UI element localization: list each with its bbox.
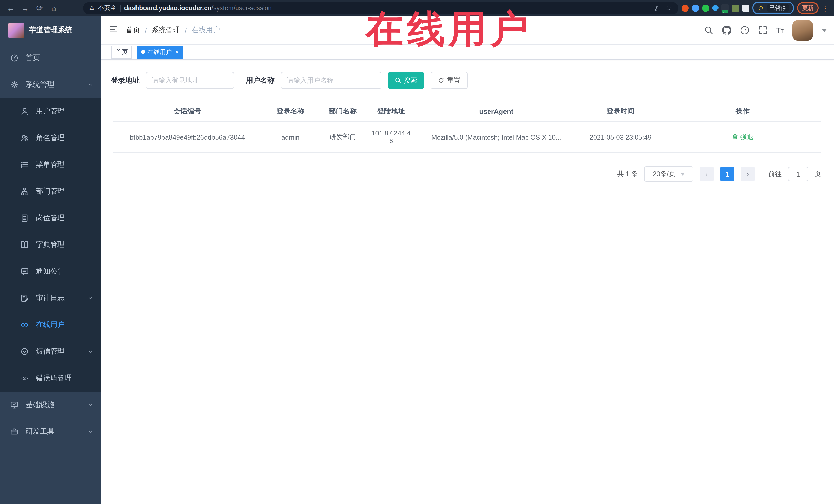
username-input[interactable]: [281, 72, 381, 89]
hamburger-icon: [109, 24, 118, 34]
sidebar-item-label: 审计日志: [36, 293, 80, 303]
tags-view-bar: 首页 在线用户 ×: [101, 45, 834, 60]
extension-pin-icon[interactable]: [692, 4, 699, 12]
department-cell: 研发部门: [319, 122, 367, 153]
main-area: 首页 / 系统管理 / 在线用户 ? TT: [101, 16, 834, 504]
font-size-icon[interactable]: TT: [776, 26, 784, 35]
logo-image: [8, 22, 24, 38]
password-key-icon[interactable]: ⚷: [652, 4, 660, 12]
gear-icon: [10, 81, 19, 89]
login-address-label: 登录地址: [111, 76, 139, 85]
sidebar-item-roles[interactable]: 角色管理: [0, 125, 101, 151]
col-session-id: 会话编号: [113, 103, 262, 122]
address-bar[interactable]: ⚠ 不安全 dashboard.yudao.iocoder.cn/system/…: [83, 2, 678, 14]
badge-icon: [21, 214, 29, 222]
pagination-bar: 共 1 条 20条/页 ‹ 1 › 前往 页: [111, 166, 821, 182]
sidebar-item-label: 研发工具: [26, 427, 80, 436]
bookmark-star-icon[interactable]: ☆: [664, 4, 672, 12]
extension-key-icon[interactable]: [731, 4, 739, 12]
sidebar-toggle-button[interactable]: [101, 24, 126, 36]
browser-forward-icon[interactable]: →: [20, 4, 31, 12]
browser-back-icon[interactable]: ←: [5, 4, 17, 12]
tag-close-icon[interactable]: ×: [175, 48, 179, 56]
sidebar-item-departments[interactable]: 部门管理: [0, 178, 101, 205]
page-body: 芋道管理系统 首页 系统管理 用户管理 角色管理: [0, 16, 834, 504]
sidebar-item-home[interactable]: 首页: [0, 45, 101, 71]
page-size-select[interactable]: 20条/页: [644, 166, 694, 182]
browser-update-button[interactable]: 更新: [797, 2, 819, 14]
sidebar-item-posts[interactable]: 岗位管理: [0, 205, 101, 232]
extension-translate-icon[interactable]: en: [721, 4, 728, 12]
goto-unit-label: 页: [814, 169, 821, 179]
filter-form: 登录地址 用户名称 搜索 重置: [111, 72, 821, 89]
browser-home-icon[interactable]: ⌂: [48, 4, 60, 12]
search-button-label: 搜索: [404, 76, 417, 85]
refresh-icon: [438, 77, 444, 84]
browser-reload-icon[interactable]: ⟳: [34, 3, 45, 13]
sidebar-item-audit-logs[interactable]: 审计日志: [0, 285, 101, 311]
sidebar-item-error-codes[interactable]: </> 错误码管理: [0, 365, 101, 392]
select-caret-icon: [681, 173, 685, 175]
help-icon[interactable]: ?: [740, 25, 749, 35]
sidebar-item-label: 用户管理: [36, 107, 93, 116]
reset-button[interactable]: 重置: [431, 72, 467, 89]
chevron-down-icon: [87, 402, 93, 408]
sidebar-item-infrastructure[interactable]: 基础设施: [0, 392, 101, 418]
user-icon: [21, 107, 29, 115]
sidebar-item-label: 岗位管理: [36, 214, 93, 223]
page-url[interactable]: dashboard.yudao.iocoder.cn/system/user-s…: [124, 4, 272, 12]
smiley-icon: ☺: [757, 4, 764, 12]
sidebar-item-system[interactable]: 系统管理: [0, 71, 101, 98]
sidebar-item-online-users[interactable]: 在线用户: [0, 311, 101, 338]
goto-page-input[interactable]: [788, 167, 808, 181]
breadcrumb-separator: /: [145, 26, 147, 34]
prev-page-button[interactable]: ‹: [700, 167, 714, 181]
sidebar-item-sms[interactable]: 短信管理: [0, 338, 101, 365]
fullscreen-icon[interactable]: [758, 25, 767, 35]
security-label[interactable]: 不安全: [98, 4, 116, 12]
login-address-input[interactable]: [146, 72, 234, 89]
breadcrumb-home[interactable]: 首页: [126, 25, 140, 35]
avatar-caret-icon[interactable]: [822, 28, 827, 31]
page-content: 登录地址 用户名称 搜索 重置: [101, 60, 834, 504]
sidebar-item-notices[interactable]: 通知公告: [0, 258, 101, 285]
code-icon: </>: [21, 374, 29, 382]
tag-home[interactable]: 首页: [111, 45, 132, 58]
paused-extension-pill[interactable]: ☺ 已暂停: [752, 2, 794, 14]
sidebar-item-label: 系统管理: [26, 80, 80, 89]
sidebar-item-menus[interactable]: 菜单管理: [0, 151, 101, 178]
username-label: 用户名称: [246, 76, 275, 85]
breadcrumb-system[interactable]: 系统管理: [151, 25, 180, 35]
tag-online-users[interactable]: 在线用户 ×: [137, 45, 183, 58]
force-logout-button[interactable]: 强退: [732, 132, 753, 141]
search-icon[interactable]: [704, 25, 713, 35]
sidebar-item-label: 在线用户: [36, 320, 93, 329]
sidebar-item-label: 错误码管理: [36, 374, 93, 383]
sidebar-item-dictionary[interactable]: 字典管理: [0, 232, 101, 258]
extension-puzzle-icon[interactable]: [742, 4, 749, 12]
extension-green-icon[interactable]: [702, 4, 709, 12]
table-row: bfbb1ab79ba849e49fb26ddb56a73044 admin 研…: [113, 122, 821, 153]
top-navbar: 首页 / 系统管理 / 在线用户 ? TT: [101, 16, 834, 45]
tag-label: 在线用户: [147, 47, 172, 56]
extension-gem-icon[interactable]: [711, 4, 719, 12]
sidebar-item-dev-tools[interactable]: 研发工具: [0, 418, 101, 445]
search-button[interactable]: 搜索: [388, 72, 424, 89]
clipboard-pen-icon: [21, 294, 29, 302]
user-avatar[interactable]: [792, 20, 813, 40]
current-page-button[interactable]: 1: [720, 167, 734, 181]
check-circle-icon: [21, 348, 29, 356]
browser-menu-icon[interactable]: ⋮: [822, 4, 829, 12]
sidebar-item-users[interactable]: 用户管理: [0, 98, 101, 125]
breadcrumb: 首页 / 系统管理 / 在线用户: [126, 25, 220, 35]
app-logo-row[interactable]: 芋道管理系统: [0, 16, 101, 45]
extension-orange-icon[interactable]: [681, 4, 688, 12]
github-icon[interactable]: [722, 25, 731, 35]
toolbox-icon: [10, 428, 19, 436]
application-window: ← → ⟳ ⌂ ⚠ 不安全 dashboard.yudao.iocoder.cn…: [0, 0, 834, 504]
update-label: 更新: [802, 4, 813, 12]
next-page-button[interactable]: ›: [741, 167, 755, 181]
user-agent-cell: Mozilla/5.0 (Macintosh; Intel Mac OS X 1…: [416, 122, 577, 153]
browser-toolbar: ← → ⟳ ⌂ ⚠ 不安全 dashboard.yudao.iocoder.cn…: [0, 0, 834, 16]
goto-label: 前往: [768, 169, 782, 179]
